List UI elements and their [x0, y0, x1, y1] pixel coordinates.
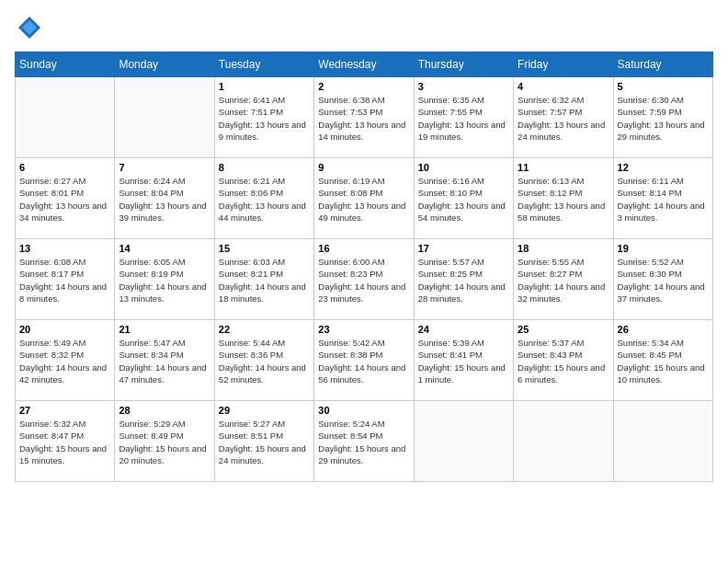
day-info: Sunrise: 6:16 AM Sunset: 8:10 PM Dayligh… — [418, 175, 509, 224]
calendar-cell: 3Sunrise: 6:35 AM Sunset: 7:55 PM Daylig… — [414, 77, 513, 158]
day-number: 17 — [418, 243, 509, 254]
calendar-cell: 20Sunrise: 5:49 AM Sunset: 8:32 PM Dayli… — [16, 320, 115, 401]
day-info: Sunrise: 6:30 AM Sunset: 7:59 PM Dayligh… — [618, 94, 709, 143]
calendar-cell: 26Sunrise: 5:34 AM Sunset: 8:45 PM Dayli… — [613, 320, 712, 401]
day-number: 7 — [119, 162, 210, 173]
calendar-week-row: 6Sunrise: 6:27 AM Sunset: 8:01 PM Daylig… — [16, 158, 713, 239]
day-number: 28 — [119, 405, 210, 416]
calendar-week-row: 1Sunrise: 6:41 AM Sunset: 7:51 PM Daylig… — [16, 77, 713, 158]
calendar-cell: 25Sunrise: 5:37 AM Sunset: 8:43 PM Dayli… — [514, 320, 613, 401]
weekday-header: Sunday — [16, 52, 115, 77]
day-info: Sunrise: 6:11 AM Sunset: 8:14 PM Dayligh… — [618, 175, 709, 224]
calendar-cell: 22Sunrise: 5:44 AM Sunset: 8:36 PM Dayli… — [214, 320, 313, 401]
calendar-cell: 21Sunrise: 5:47 AM Sunset: 8:34 PM Dayli… — [115, 320, 214, 401]
logo — [15, 15, 42, 40]
day-number: 1 — [219, 81, 310, 92]
calendar-cell: 24Sunrise: 5:39 AM Sunset: 8:41 PM Dayli… — [414, 320, 513, 401]
calendar-cell: 8Sunrise: 6:21 AM Sunset: 8:06 PM Daylig… — [214, 158, 313, 239]
day-number: 15 — [219, 243, 310, 254]
day-info: Sunrise: 6:38 AM Sunset: 7:53 PM Dayligh… — [318, 94, 409, 143]
calendar-cell: 13Sunrise: 6:08 AM Sunset: 8:17 PM Dayli… — [16, 239, 115, 320]
day-number: 11 — [518, 162, 609, 173]
day-number: 14 — [119, 243, 210, 254]
day-info: Sunrise: 6:35 AM Sunset: 7:55 PM Dayligh… — [418, 94, 509, 143]
day-number: 4 — [518, 81, 609, 92]
day-info: Sunrise: 6:41 AM Sunset: 7:51 PM Dayligh… — [219, 94, 310, 143]
calendar-cell: 11Sunrise: 6:13 AM Sunset: 8:12 PM Dayli… — [514, 158, 613, 239]
calendar-cell — [514, 401, 613, 482]
calendar-cell: 23Sunrise: 5:42 AM Sunset: 8:38 PM Dayli… — [314, 320, 414, 401]
calendar-cell: 6Sunrise: 6:27 AM Sunset: 8:01 PM Daylig… — [16, 158, 115, 239]
day-number: 21 — [119, 324, 210, 335]
day-number: 24 — [418, 324, 509, 335]
calendar-cell: 28Sunrise: 5:29 AM Sunset: 8:49 PM Dayli… — [115, 401, 214, 482]
calendar-week-row: 20Sunrise: 5:49 AM Sunset: 8:32 PM Dayli… — [16, 320, 713, 401]
day-number: 26 — [618, 324, 709, 335]
calendar-cell: 18Sunrise: 5:55 AM Sunset: 8:27 PM Dayli… — [514, 239, 613, 320]
calendar-cell — [16, 77, 115, 158]
calendar-week-row: 27Sunrise: 5:32 AM Sunset: 8:47 PM Dayli… — [16, 401, 713, 482]
day-number: 30 — [318, 405, 409, 416]
day-info: Sunrise: 5:57 AM Sunset: 8:25 PM Dayligh… — [418, 256, 509, 304]
day-info: Sunrise: 5:49 AM Sunset: 8:32 PM Dayligh… — [19, 337, 110, 385]
calendar-cell: 14Sunrise: 6:05 AM Sunset: 8:19 PM Dayli… — [115, 239, 214, 320]
calendar-cell — [115, 77, 214, 158]
day-number: 8 — [219, 162, 310, 173]
day-number: 9 — [318, 162, 409, 173]
day-info: Sunrise: 6:03 AM Sunset: 8:21 PM Dayligh… — [219, 256, 310, 304]
day-number: 23 — [318, 324, 409, 335]
calendar-cell: 1Sunrise: 6:41 AM Sunset: 7:51 PM Daylig… — [214, 77, 313, 158]
day-number: 19 — [618, 243, 709, 254]
calendar-cell: 30Sunrise: 5:24 AM Sunset: 8:54 PM Dayli… — [314, 401, 414, 482]
calendar-cell: 17Sunrise: 5:57 AM Sunset: 8:25 PM Dayli… — [414, 239, 513, 320]
day-number: 12 — [618, 162, 709, 173]
day-number: 20 — [19, 324, 110, 335]
day-info: Sunrise: 5:39 AM Sunset: 8:41 PM Dayligh… — [418, 337, 509, 385]
day-info: Sunrise: 5:32 AM Sunset: 8:47 PM Dayligh… — [19, 418, 110, 466]
calendar-cell: 19Sunrise: 5:52 AM Sunset: 8:30 PM Dayli… — [613, 239, 712, 320]
calendar-cell: 12Sunrise: 6:11 AM Sunset: 8:14 PM Dayli… — [613, 158, 712, 239]
day-number: 10 — [418, 162, 509, 173]
day-info: Sunrise: 5:44 AM Sunset: 8:36 PM Dayligh… — [219, 337, 310, 385]
calendar-cell: 16Sunrise: 6:00 AM Sunset: 8:23 PM Dayli… — [314, 239, 414, 320]
logo-icon — [17, 15, 42, 40]
day-info: Sunrise: 5:42 AM Sunset: 8:38 PM Dayligh… — [318, 337, 409, 385]
calendar-cell — [414, 401, 513, 482]
day-number: 5 — [618, 81, 709, 92]
day-info: Sunrise: 5:29 AM Sunset: 8:49 PM Dayligh… — [119, 418, 210, 466]
day-number: 2 — [318, 81, 409, 92]
weekday-header: Thursday — [414, 52, 513, 77]
day-number: 6 — [19, 162, 110, 173]
day-info: Sunrise: 6:19 AM Sunset: 8:08 PM Dayligh… — [318, 175, 409, 224]
day-number: 22 — [219, 324, 310, 335]
calendar-cell: 7Sunrise: 6:24 AM Sunset: 8:04 PM Daylig… — [115, 158, 214, 239]
day-number: 25 — [518, 324, 609, 335]
day-info: Sunrise: 6:05 AM Sunset: 8:19 PM Dayligh… — [119, 256, 210, 304]
calendar-cell: 2Sunrise: 6:38 AM Sunset: 7:53 PM Daylig… — [314, 77, 414, 158]
day-info: Sunrise: 6:27 AM Sunset: 8:01 PM Dayligh… — [19, 175, 110, 224]
calendar-cell: 9Sunrise: 6:19 AM Sunset: 8:08 PM Daylig… — [314, 158, 414, 239]
calendar-week-row: 13Sunrise: 6:08 AM Sunset: 8:17 PM Dayli… — [16, 239, 713, 320]
calendar-cell — [613, 401, 712, 482]
day-info: Sunrise: 6:21 AM Sunset: 8:06 PM Dayligh… — [219, 175, 310, 224]
weekday-header: Monday — [115, 52, 214, 77]
calendar-cell: 4Sunrise: 6:32 AM Sunset: 7:57 PM Daylig… — [514, 77, 613, 158]
calendar-cell: 15Sunrise: 6:03 AM Sunset: 8:21 PM Dayli… — [214, 239, 313, 320]
calendar-table: SundayMondayTuesdayWednesdayThursdayFrid… — [15, 52, 713, 482]
day-number: 27 — [19, 405, 110, 416]
day-info: Sunrise: 6:08 AM Sunset: 8:17 PM Dayligh… — [19, 256, 110, 304]
day-info: Sunrise: 5:52 AM Sunset: 8:30 PM Dayligh… — [618, 256, 709, 304]
calendar-cell: 10Sunrise: 6:16 AM Sunset: 8:10 PM Dayli… — [414, 158, 513, 239]
day-info: Sunrise: 5:27 AM Sunset: 8:51 PM Dayligh… — [219, 418, 310, 466]
day-info: Sunrise: 5:55 AM Sunset: 8:27 PM Dayligh… — [518, 256, 609, 304]
weekday-header: Saturday — [613, 52, 712, 77]
weekday-header: Friday — [514, 52, 613, 77]
day-info: Sunrise: 6:13 AM Sunset: 8:12 PM Dayligh… — [518, 175, 609, 224]
day-info: Sunrise: 5:24 AM Sunset: 8:54 PM Dayligh… — [318, 418, 409, 466]
day-number: 29 — [219, 405, 310, 416]
calendar-cell: 27Sunrise: 5:32 AM Sunset: 8:47 PM Dayli… — [16, 401, 115, 482]
day-info: Sunrise: 5:47 AM Sunset: 8:34 PM Dayligh… — [119, 337, 210, 385]
day-number: 3 — [418, 81, 509, 92]
day-number: 16 — [318, 243, 409, 254]
weekday-header: Tuesday — [214, 52, 313, 77]
